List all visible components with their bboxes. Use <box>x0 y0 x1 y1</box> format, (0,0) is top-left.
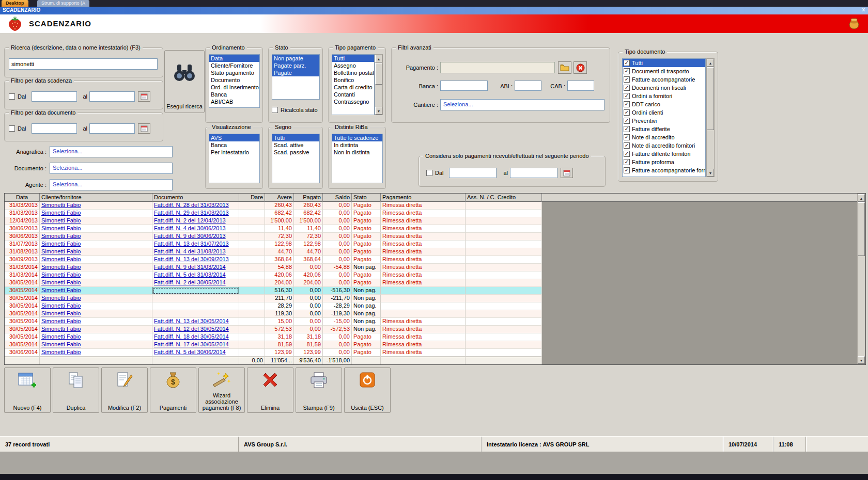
documento-select[interactable]: Seleziona... <box>50 163 173 174</box>
banca-input[interactable] <box>440 81 488 91</box>
checkbox-icon[interactable]: ✓ <box>624 68 630 74</box>
stampa-button[interactable]: Stampa (F9) <box>296 367 342 413</box>
list-option[interactable]: Bollettino postale <box>332 69 374 76</box>
elimina-button[interactable]: Elimina <box>247 367 293 413</box>
list-option[interactable]: Tutti <box>272 134 319 141</box>
cell-documento[interactable]: Fatt.diff. N. 29 del 31/03/2013 <box>152 210 239 217</box>
list-option[interactable]: Tutti <box>332 55 374 62</box>
table-row[interactable]: 12/04/2013Simonetti FabioFatt.diff. N. 2… <box>5 217 542 225</box>
list-option[interactable]: Banca <box>209 141 259 149</box>
search-input[interactable] <box>9 58 158 70</box>
agente-select[interactable]: Seleziona... <box>50 179 173 190</box>
checkbox-icon[interactable]: ✓ <box>624 109 630 116</box>
table-row[interactable]: 30/05/2014Simonetti FabioFatt.diff. N. 1… <box>5 318 542 326</box>
list-option[interactable]: In distinta <box>332 141 382 149</box>
table-row[interactable]: 30/05/2014Simonetti Fabio211,700,00-211,… <box>5 295 542 302</box>
table-row[interactable]: 31/03/2013Simonetti FabioFatt.diff. N. 2… <box>5 202 542 210</box>
scroll-down-icon[interactable]: ▼ <box>858 356 865 364</box>
cell-cliente[interactable]: Simonetti Fabio <box>40 256 152 264</box>
pagamento-browse-button[interactable] <box>558 61 571 74</box>
checkbox-icon[interactable]: ✓ <box>624 142 630 149</box>
duplica-button[interactable]: Duplica <box>53 367 99 413</box>
tab-support-tools[interactable]: Strum. di supporto (A <box>37 0 89 7</box>
table-row[interactable]: 30/05/2014Simonetti Fabio119,300,00-119,… <box>5 310 542 318</box>
list-option[interactable]: AVS <box>209 134 259 141</box>
cell-cliente[interactable]: Simonetti Fabio <box>40 287 152 295</box>
list-option[interactable]: Pagate <box>272 69 319 76</box>
scroll-down-icon[interactable]: ▼ <box>707 169 714 177</box>
list-option[interactable]: Documento <box>209 76 259 84</box>
table-row[interactable]: 30/06/2013Simonetti FabioFatt.diff. N. 9… <box>5 233 542 241</box>
column-header-stato[interactable]: Stato <box>352 194 381 202</box>
table-row[interactable]: 31/03/2013Simonetti FabioFatt.diff. N. 2… <box>5 210 542 217</box>
table-row[interactable]: 30/09/2013Simonetti FabioFatt.diff. N. 1… <box>5 256 542 264</box>
stato-listbox[interactable]: Non pagatePagate parz.Pagate <box>272 54 320 100</box>
documento-dal-input[interactable] <box>32 123 77 134</box>
list-option[interactable]: ABI/CAB <box>209 98 259 105</box>
checkbox-icon[interactable]: ✓ <box>624 159 630 165</box>
pagamenti-button[interactable]: $ Pagamenti <box>150 367 196 413</box>
cell-cliente[interactable]: Simonetti Fabio <box>40 271 152 279</box>
table-row[interactable]: 30/05/2014Simonetti Fabio516,300,00-516,… <box>5 287 542 295</box>
table-row[interactable]: 30/05/2014Simonetti FabioFatt.diff. N. 1… <box>5 341 542 349</box>
scroll-up-icon[interactable]: ▲ <box>375 55 382 62</box>
distinte-riba-listbox[interactable]: Tutte le scadenzeIn distintaNon in disti… <box>332 134 383 183</box>
scroll-thumb[interactable] <box>858 202 865 256</box>
cell-cliente[interactable]: Simonetti Fabio <box>40 341 152 349</box>
list-option[interactable]: Assegno <box>332 62 374 69</box>
ricalcola-stato-checkbox[interactable]: Ricalcola stato <box>272 107 318 113</box>
documento-dal-checkbox[interactable]: Dal <box>9 125 26 132</box>
scadenza-calendar-button[interactable] <box>138 91 150 102</box>
list-option[interactable]: Ord. di inserimento <box>209 84 259 91</box>
checkbox-icon[interactable]: ✓ <box>624 134 630 140</box>
tipo-documento-scrollbar[interactable]: ▲ ▼ <box>706 58 715 177</box>
documento-calendar-button[interactable] <box>138 123 150 134</box>
ordinamento-listbox[interactable]: DataCliente/FornitoreStato pagamentoDocu… <box>209 54 260 108</box>
cell-documento[interactable]: Fatt.diff. N. 13 del 30/05/2014 <box>152 318 239 326</box>
table-row[interactable]: 30/06/2013Simonetti FabioFatt.diff. N. 4… <box>5 225 542 233</box>
documento-al-input[interactable] <box>89 123 135 134</box>
cell-documento[interactable]: Fatt.diff. N. 2 del 12/04/2013 <box>152 217 239 225</box>
checkbox-icon[interactable]: ✓ <box>624 126 630 132</box>
table-row[interactable]: 30/05/2014Simonetti Fabio28,290,00-28,29… <box>5 302 542 310</box>
checkbox-icon[interactable]: ✓ <box>624 167 630 173</box>
cab-input[interactable] <box>567 81 594 91</box>
cell-cliente[interactable]: Simonetti Fabio <box>40 326 152 333</box>
doc-type-option[interactable]: ✓Fatture accompagnatorie forni <box>623 166 705 174</box>
doc-type-option[interactable]: ✓DDT carico <box>623 100 705 108</box>
cell-documento[interactable]: Fatt.diff. N. 28 del 31/03/2013 <box>152 202 239 210</box>
list-option[interactable]: Banca <box>209 91 259 98</box>
list-option[interactable]: Scad. attive <box>272 141 319 149</box>
table-row[interactable]: 30/05/2014Simonetti FabioFatt.diff. N. 1… <box>5 326 542 333</box>
checkbox-icon[interactable]: ✓ <box>624 118 630 124</box>
table-row[interactable]: 31/03/2014Simonetti FabioFatt.diff. N. 9… <box>5 264 542 271</box>
doc-type-option[interactable]: ✓Fatture proforma <box>623 158 705 166</box>
cell-documento[interactable]: Fatt.diff. N. 13 del 30/09/2013 <box>152 256 239 264</box>
cell-cliente[interactable]: Simonetti Fabio <box>40 225 152 233</box>
cell-cliente[interactable]: Simonetti Fabio <box>40 210 152 217</box>
cell-cliente[interactable]: Simonetti Fabio <box>40 279 152 287</box>
column-header-cliente-fornitore[interactable]: Cliente/fornitore <box>40 194 152 202</box>
checkbox-icon[interactable] <box>272 107 278 113</box>
list-option[interactable]: Data <box>209 55 259 62</box>
periodo-calendar-button[interactable] <box>561 168 573 178</box>
doc-type-option[interactable]: ✓Note di accredito <box>623 133 705 141</box>
list-option[interactable]: Pagate parz. <box>272 62 319 69</box>
checkbox-icon[interactable]: ✓ <box>624 85 630 91</box>
column-header-pagamento[interactable]: Pagamento <box>381 194 466 202</box>
doc-type-option[interactable]: ✓Note di accredito fornitori <box>623 141 705 150</box>
column-header-ass-n-c-credito[interactable]: Ass. N. / C. Credito <box>466 194 542 202</box>
modifica-button[interactable]: Modifica (F2) <box>101 367 148 413</box>
visualizzazione-listbox[interactable]: AVSBancaPer intestatario <box>209 134 260 183</box>
checkbox-icon[interactable]: ✓ <box>624 151 630 157</box>
column-header-data[interactable]: Data <box>5 194 40 202</box>
table-row[interactable]: 31/07/2013Simonetti FabioFatt.diff. N. 1… <box>5 241 542 248</box>
doc-type-option[interactable]: ✓Fatture accompagnatorie <box>623 75 705 84</box>
list-option[interactable]: Non pagate <box>272 55 319 62</box>
scadenza-dal-input[interactable] <box>32 91 77 102</box>
checkbox-icon[interactable]: ✓ <box>624 60 630 66</box>
doc-type-option[interactable]: ✓Ordini a fornitori <box>623 92 705 100</box>
wizard-pagamenti-button[interactable]: Wizard associazione pagamenti (F8) <box>198 367 245 413</box>
cell-cliente[interactable]: Simonetti Fabio <box>40 248 152 256</box>
list-option[interactable]: Cliente/Fornitore <box>209 62 259 69</box>
